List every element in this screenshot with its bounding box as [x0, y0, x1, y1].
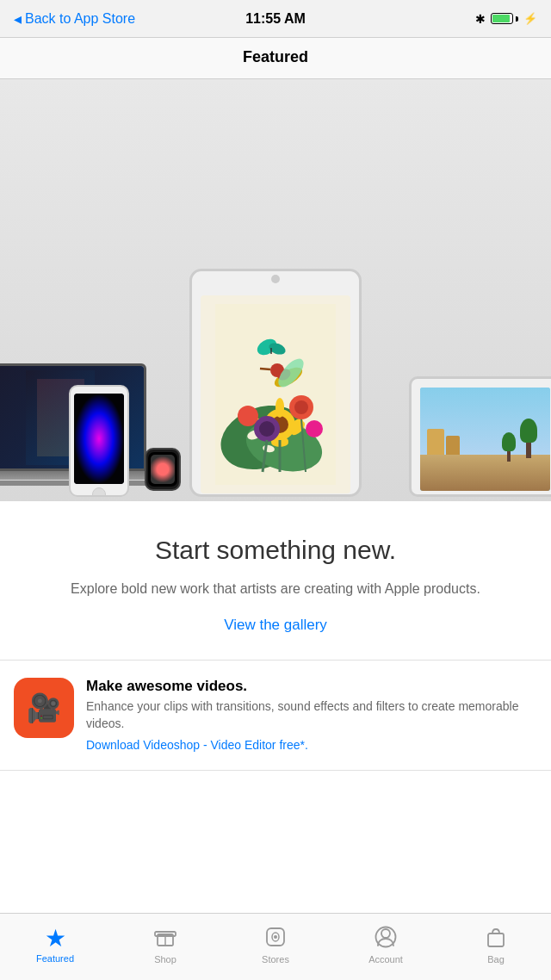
svg-point-38: [376, 927, 396, 947]
svg-point-11: [276, 400, 284, 418]
svg-point-20: [259, 421, 275, 437]
tab-bag[interactable]: Bag: [441, 926, 551, 968]
battery-icon: [491, 13, 518, 24]
tab-account[interactable]: Account: [331, 926, 441, 968]
hero-section: [0, 79, 551, 501]
tab-featured[interactable]: ★ Featured: [0, 927, 110, 967]
devices-illustration: [0, 79, 551, 501]
charging-icon: ⚡: [523, 12, 537, 25]
promo-subtext: Explore bold new work that artists are c…: [34, 579, 517, 599]
back-button[interactable]: ◂ Back to App Store: [14, 9, 135, 28]
tab-stores[interactable]: Stores: [220, 926, 331, 968]
svg-point-37: [381, 929, 390, 938]
promo-headline: Start something new.: [34, 536, 517, 565]
app-info: Make awesome videos. Enhance your clips …: [86, 678, 537, 753]
svg-point-36: [274, 935, 277, 939]
app-title: Make awesome videos.: [86, 678, 537, 695]
tab-account-label: Account: [368, 954, 403, 964]
ipad-landscape-device: [409, 376, 551, 501]
tab-bag-label: Bag: [487, 954, 505, 964]
svg-line-24: [260, 369, 270, 369]
svg-point-18: [306, 420, 323, 437]
app-description: Enhance your clips with transitions, sou…: [86, 698, 537, 732]
bluetooth-icon: ✱: [475, 12, 486, 26]
status-time: 11:55 AM: [245, 11, 306, 27]
iphone-device: [69, 385, 129, 501]
status-icons: ✱ ⚡: [475, 12, 537, 26]
stores-icon: [264, 926, 287, 952]
back-label: Back to App Store: [25, 11, 135, 27]
shop-icon: [154, 926, 176, 952]
view-gallery-link[interactable]: View the gallery: [224, 617, 327, 633]
tab-shop[interactable]: Shop: [110, 926, 220, 968]
ipad-center-device: [189, 269, 362, 501]
nav-bar: Featured: [0, 38, 551, 79]
app-card: 🎥 Make awesome videos. Enhance your clip…: [0, 661, 551, 771]
svg-rect-39: [488, 933, 504, 946]
star-icon: ★: [45, 927, 66, 951]
camera-icon: 🎥: [27, 692, 61, 724]
promo-section: Start something new. Explore bold new wo…: [0, 501, 551, 661]
app-icon-videoshop: 🎥: [14, 678, 74, 738]
account-icon: [375, 926, 397, 952]
tab-featured-label: Featured: [36, 953, 74, 964]
page-title: Featured: [243, 48, 308, 65]
tab-shop-label: Shop: [154, 954, 176, 964]
app-download-link[interactable]: Download Videoshop - Video Editor free*.: [86, 738, 308, 752]
tab-stores-label: Stores: [262, 954, 289, 964]
bag-icon: [485, 926, 507, 952]
back-arrow-icon: ◂: [14, 9, 22, 28]
apple-watch-device: [145, 448, 181, 493]
svg-point-17: [238, 406, 258, 426]
status-bar: ◂ Back to App Store 11:55 AM ✱ ⚡: [0, 0, 551, 38]
tab-bar: ★ Featured Shop Stores: [0, 913, 551, 980]
svg-point-16: [294, 400, 308, 414]
